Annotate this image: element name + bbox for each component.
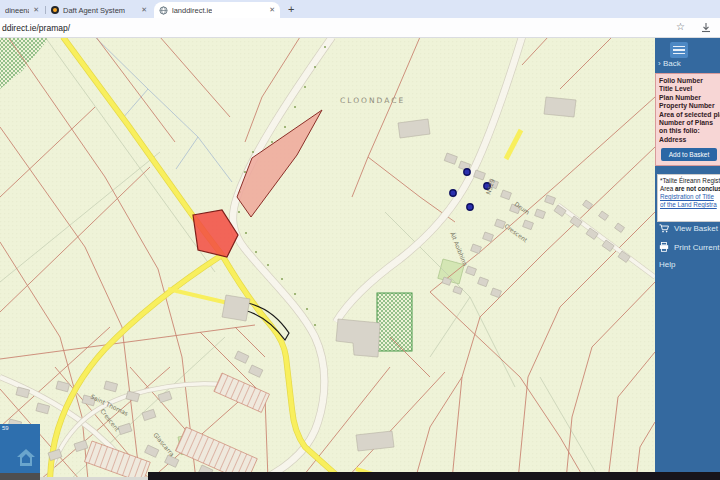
disclaimer-line2: Area are not conclusi bbox=[660, 185, 720, 193]
disclaimer-link1-row: Registration of Title bbox=[660, 193, 720, 201]
print-current-view-button[interactable]: Print Current View bbox=[659, 242, 720, 252]
view-basket-button[interactable]: View Basket bbox=[659, 224, 718, 233]
globe-favicon-icon bbox=[159, 6, 168, 15]
folio-info-panel: Folio Number Title Level Plan Number Pro… bbox=[655, 73, 720, 166]
print-current-view-label: Print Current View bbox=[674, 243, 720, 252]
daft-favicon-icon bbox=[51, 6, 59, 14]
registry-disclaimer: *Tailte Éireann Registr Area are not con… bbox=[657, 174, 720, 222]
tab-strip: dineenau ✕ Daft Agent System ✕ landdirec… bbox=[0, 0, 720, 18]
tab-2[interactable]: Daft Agent System ✕ bbox=[46, 2, 152, 18]
menu-hamburger-icon[interactable] bbox=[670, 42, 688, 58]
disclaimer-line1: *Tailte Éireann Registr bbox=[660, 177, 720, 185]
disclaimer-link2-row: of the Land Registra bbox=[660, 201, 720, 209]
marker-icon bbox=[467, 204, 473, 210]
land-registry-map[interactable]: CLOONDACE N329 Drum Crescent Áit Aoibhin… bbox=[0, 37, 655, 480]
field-area-selected-plans: Area of selected plans bbox=[659, 111, 720, 119]
house-logo-icon bbox=[14, 446, 38, 470]
field-number-of-plans: Number of Plans on this folio: bbox=[659, 119, 720, 136]
tab-label: dineenau bbox=[5, 6, 29, 15]
close-icon[interactable]: ✕ bbox=[269, 6, 275, 14]
tab-label: Daft Agent System bbox=[63, 6, 125, 15]
url-field[interactable]: ddirect.ie/pramap/ bbox=[2, 23, 70, 33]
field-address: Address bbox=[659, 136, 720, 144]
help-label: Help bbox=[659, 260, 675, 269]
marker-icon bbox=[450, 190, 456, 196]
townland-label: CLOONDACE bbox=[340, 96, 405, 105]
field-plan-number: Plan Number bbox=[659, 94, 720, 102]
tailte-eireann-logo: 59 bbox=[0, 424, 40, 474]
cart-icon bbox=[659, 224, 669, 233]
add-to-basket-button[interactable]: Add to Basket bbox=[661, 148, 717, 161]
printer-icon bbox=[659, 242, 669, 252]
map-attribution-strip bbox=[0, 473, 40, 480]
tab-3-active[interactable]: landdirect.ie ✕ bbox=[154, 2, 280, 18]
field-title-level: Title Level bbox=[659, 85, 720, 93]
sidebar-panel: › Back Folio Number Title Level Plan Num… bbox=[655, 37, 720, 472]
registration-of-title-link[interactable]: Registration of Title bbox=[660, 193, 714, 200]
download-icon[interactable] bbox=[700, 22, 712, 34]
land-registration-link[interactable]: of the Land Registra bbox=[660, 201, 717, 208]
tab-label: landdirect.ie bbox=[172, 6, 212, 15]
back-button[interactable]: › Back bbox=[658, 59, 681, 68]
field-property-number: Property Number bbox=[659, 102, 720, 110]
new-tab-button[interactable]: + bbox=[288, 2, 294, 16]
address-bar: ddirect.ie/pramap/ ☆ bbox=[0, 18, 720, 38]
chevron-right-icon: › bbox=[658, 59, 661, 68]
help-button[interactable]: Help bbox=[659, 260, 675, 269]
marker-icon bbox=[464, 169, 470, 175]
logo-text: 59 bbox=[2, 425, 9, 431]
view-basket-label: View Basket bbox=[674, 224, 718, 233]
browser-window: dineenau ✕ Daft Agent System ✕ landdirec… bbox=[0, 0, 720, 480]
field-folio-number: Folio Number bbox=[659, 77, 720, 85]
bookmark-star-icon[interactable]: ☆ bbox=[676, 21, 685, 32]
back-label: Back bbox=[663, 59, 681, 68]
close-icon[interactable]: ✕ bbox=[141, 6, 147, 14]
tab-1[interactable]: dineenau ✕ bbox=[0, 2, 44, 18]
close-icon[interactable]: ✕ bbox=[33, 6, 39, 14]
bottom-black-bar bbox=[148, 472, 720, 480]
